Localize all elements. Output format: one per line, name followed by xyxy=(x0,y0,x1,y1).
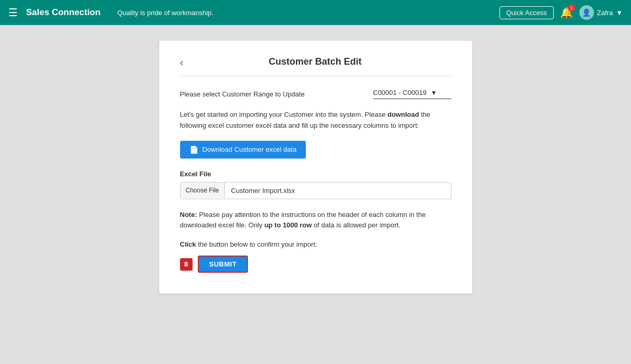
excel-file-label: Excel File xyxy=(180,170,451,178)
customer-range-label: Please select Customer Range to Update xyxy=(180,90,365,98)
header-tagline: Quality is pride of workmanship. xyxy=(117,9,213,17)
header-right: Quick Access 🔔 1 👤 Zafra ▼ xyxy=(499,5,623,20)
note-prefix: Note: xyxy=(180,211,197,219)
page-title: Customer Batch Edit xyxy=(192,56,438,67)
note-text: Note: Please pay attention to the instru… xyxy=(180,210,451,232)
step-badge: 8 xyxy=(180,258,193,271)
user-name: Zafra xyxy=(597,9,613,17)
notification-icon[interactable]: 🔔 1 xyxy=(560,6,573,19)
customer-range-row: Please select Customer Range to Update C… xyxy=(180,89,451,99)
download-button-label: Download Customer excel data xyxy=(203,145,297,153)
back-button[interactable]: ‹ xyxy=(180,57,184,67)
user-avatar: 👤 xyxy=(579,5,594,20)
hamburger-menu-icon[interactable]: ☰ xyxy=(8,6,18,19)
user-avatar-icon: 👤 xyxy=(582,8,591,17)
user-menu-chevron: ▼ xyxy=(616,9,623,17)
main-content: ‹ Customer Batch Edit Please select Cust… xyxy=(0,25,631,364)
customer-range-value: C00001 - C00019 xyxy=(373,89,427,96)
submit-row: 8 SUBMIT xyxy=(180,256,451,273)
excel-file-section: Excel File Choose File Customer Import.x… xyxy=(180,170,451,199)
card: ‹ Customer Batch Edit Please select Cust… xyxy=(159,41,472,294)
intro-bold: download xyxy=(387,111,419,118)
choose-file-button[interactable]: Choose File xyxy=(181,183,225,198)
card-header: ‹ Customer Batch Edit xyxy=(180,56,451,76)
submit-button[interactable]: SUBMIT xyxy=(198,256,248,273)
download-button[interactable]: 📄 Download Customer excel data xyxy=(180,141,306,159)
app-title: Sales Connection xyxy=(26,7,101,18)
notification-badge: 1 xyxy=(568,4,575,11)
quick-access-button[interactable]: Quick Access xyxy=(499,6,554,19)
file-name-display: Customer Import.xlsx xyxy=(225,183,451,199)
header-left: ☰ Sales Connection Quality is pride of w… xyxy=(8,6,213,19)
download-file-icon: 📄 xyxy=(189,145,198,154)
intro-text-part1: Let's get started on importing your Cust… xyxy=(180,111,388,118)
click-text-content: the button below to confirm your import: xyxy=(196,240,317,248)
app-header: ☰ Sales Connection Quality is pride of w… xyxy=(0,0,631,25)
click-text: Click the button below to confirm your i… xyxy=(180,240,451,248)
note-text-part2: of data is allowed per import. xyxy=(312,221,400,229)
note-bold: up to 1000 row xyxy=(264,221,312,229)
user-menu[interactable]: 👤 Zafra ▼ xyxy=(579,5,623,20)
file-input-row: Choose File Customer Import.xlsx xyxy=(180,182,451,199)
customer-range-dropdown[interactable]: C00001 - C00019 ▼ xyxy=(373,89,451,99)
dropdown-arrow-icon: ▼ xyxy=(431,89,437,96)
click-prefix: Click xyxy=(180,240,196,248)
intro-text: Let's get started on importing your Cust… xyxy=(180,110,451,131)
